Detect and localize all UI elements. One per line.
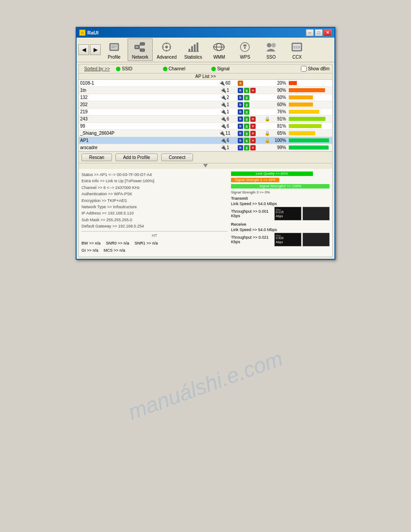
connect-button[interactable]: Connect xyxy=(161,154,193,161)
encryption-label: Encryption >> TKIP+AES xyxy=(81,197,127,204)
channel-row: Channel >> 6 <--> 2437000 KHz xyxy=(81,184,227,191)
lock-cell xyxy=(263,87,272,94)
ap-scroll-area[interactable]: 0108-1🔌60a20%1tn🔌1bgn90%132🔌2bg60%202🔌1b… xyxy=(79,80,332,151)
lock-cell xyxy=(263,94,272,101)
wifi-icon: 🔌 xyxy=(220,116,227,121)
table-row[interactable]: 202🔌1bg60% xyxy=(79,101,332,108)
svg-rect-1 xyxy=(111,44,118,50)
rx-max-label: Max xyxy=(276,234,281,237)
signal-status-dot xyxy=(211,67,216,71)
svg-rect-19 xyxy=(197,43,198,51)
wifi-icon: 🔌 xyxy=(220,123,227,129)
scroll-down-indicator xyxy=(203,164,208,168)
ssid-cell: 243 xyxy=(79,116,214,123)
g-badge: g xyxy=(244,95,249,100)
n-badge: n xyxy=(250,131,256,136)
ssid-cell: arscadre xyxy=(79,144,214,151)
n-badge: n xyxy=(250,145,256,150)
svg-point-25 xyxy=(244,47,246,49)
table-row[interactable]: AP1🔌6bgn🔒100% xyxy=(79,137,332,144)
signal-pct-cell: 90% xyxy=(272,87,287,94)
lock-icon: 🔒 xyxy=(265,131,270,136)
table-row[interactable]: _Shiang_28604P🔌11bgn🔒65% xyxy=(79,130,332,137)
lock-cell: 🔒 xyxy=(263,116,272,123)
nav-back-button[interactable]: ◀ xyxy=(78,44,89,55)
snr1-label: SNR1 >> n/a xyxy=(135,241,158,245)
wifi-icon: 🔌 xyxy=(220,145,227,150)
table-row[interactable]: 132🔌2bg60% xyxy=(79,94,332,101)
signal-bar-container xyxy=(289,103,329,107)
ssid-cell: AP1 xyxy=(79,137,214,144)
table-row[interactable]: 243🔌6bgn🔒91% xyxy=(79,116,332,123)
n-badge: n xyxy=(250,124,256,129)
ht-section: BW >> n/a SNR0 >> n/a SNR1 >> n/a xyxy=(81,240,227,246)
minimize-button[interactable]: ─ xyxy=(306,29,314,36)
toolbar-wmm[interactable]: WMM xyxy=(206,39,231,61)
table-row[interactable]: 1tn🔌1bgn90% xyxy=(79,87,332,94)
b-badge: b xyxy=(238,116,243,122)
link-quality-meter: Link Quality >> 83% xyxy=(231,172,330,176)
signal-bar-container xyxy=(289,124,329,129)
wifi-icon: 🔌 xyxy=(220,102,227,107)
channel-cell: 🔌6 xyxy=(214,123,236,130)
rescan-button[interactable]: Rescan xyxy=(81,154,112,161)
signal-bar xyxy=(289,117,325,121)
toolbar-advanced[interactable]: Advanced xyxy=(154,39,180,61)
rx-link-speed-row: Link Speed >> 54.0 Mbps xyxy=(231,227,330,232)
watermark: manuálshi.e.com xyxy=(125,346,286,425)
link-quality-bar: Link Quality >> 83% xyxy=(231,172,313,176)
b-badge: b xyxy=(238,131,243,136)
channel-cell: 🔌11 xyxy=(214,130,236,137)
lock-cell: 🔒 xyxy=(263,137,272,144)
g-badge: g xyxy=(244,102,249,107)
tx-chart-unit: Abps xyxy=(276,215,300,218)
ssid-cell: 0108-1 xyxy=(79,80,214,87)
table-row[interactable]: 219🔌1bg76% xyxy=(79,108,332,116)
lock-cell xyxy=(263,101,272,108)
show-dbm-checkbox[interactable] xyxy=(301,66,307,72)
statistics-label: Statistics xyxy=(184,55,202,60)
ssid-label: SSID xyxy=(122,66,132,71)
wifi-icon: 🔌 xyxy=(220,109,227,114)
b-badge: b xyxy=(238,145,243,150)
signal-pct-cell: 60% xyxy=(272,101,287,108)
lock-icon: 🔒 xyxy=(265,138,270,143)
close-button[interactable]: ✕ xyxy=(324,29,332,36)
svg-point-11 xyxy=(165,46,168,48)
toolbar-ccx[interactable]: CCX CCX xyxy=(284,39,309,61)
toolbar-statistics[interactable]: Statistics xyxy=(180,39,206,61)
statistics-icon xyxy=(186,40,200,54)
sorted-by-button[interactable]: Sorted by >> xyxy=(81,65,112,72)
toolbar-wps[interactable]: WPS xyxy=(232,39,257,61)
table-row[interactable]: 0108-1🔌60a20% xyxy=(79,80,332,87)
nav-forward-button[interactable]: ▶ xyxy=(90,44,101,55)
toolbar-network[interactable]: Network xyxy=(128,39,153,61)
toolbar-sso[interactable]: SSO xyxy=(258,39,283,61)
b-badge: b xyxy=(238,138,243,143)
g-badge: g xyxy=(244,131,249,136)
link-quality-label: Link Quality >> 83% xyxy=(231,172,313,176)
signal-pct-cell: 91% xyxy=(272,116,287,123)
maximize-button[interactable]: □ xyxy=(315,29,323,36)
signal-strength1-meter: Signal Strength 1 >> 49% xyxy=(231,178,330,182)
title-bar-controls: ─ □ ✕ xyxy=(306,29,332,36)
signal-bar-container xyxy=(289,81,329,86)
auth-label: Authentication >> WPA-PSK xyxy=(81,191,132,197)
table-row[interactable]: 99🔌6bgn81% xyxy=(79,123,332,130)
window-title: RaUI xyxy=(87,30,98,35)
extra-info-label: Extra Info >> Link Is Up [TxPower:100%] xyxy=(81,178,154,184)
tx-throughput-label: Throughput >> 0.001 Kbps xyxy=(231,209,269,218)
table-row[interactable]: arscadre🔌1bgn99% xyxy=(79,144,332,151)
badges-cell: bgn xyxy=(236,123,263,130)
network-label: Network xyxy=(132,55,149,60)
signal-bar xyxy=(289,81,297,85)
wmm-icon xyxy=(212,40,226,54)
wifi-icon: 🔌 xyxy=(220,94,227,100)
toolbar-profile[interactable]: Profile xyxy=(102,39,127,61)
main-window: R RaUI ─ □ ✕ ◀ ▶ Profile xyxy=(76,27,335,260)
signal-bar xyxy=(289,131,315,135)
profile-icon xyxy=(107,40,121,54)
wifi-icon: 🔌 xyxy=(220,87,227,93)
add-to-profile-button[interactable]: Add to Profile xyxy=(116,154,158,161)
rx-throughput-label: Throughput >> 0.021 Kbps xyxy=(231,235,269,244)
